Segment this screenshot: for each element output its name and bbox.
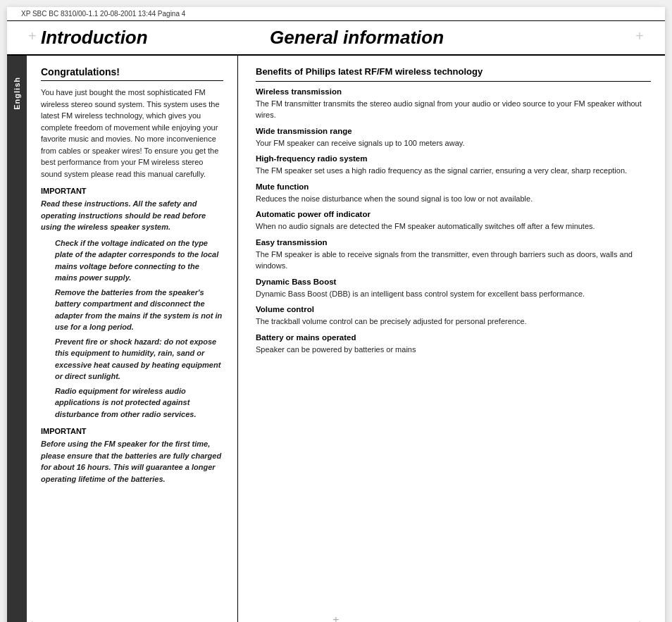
feature-title-3: Mute function: [256, 182, 651, 191]
center-mark: +: [332, 614, 339, 622]
important1-body3: Remove the batteries from the speaker's …: [55, 287, 223, 333]
corner-mark-br: +: [635, 617, 644, 622]
left-column: Congratulations! You have just bought th…: [27, 56, 238, 622]
feature-title-5: Easy transmission: [256, 238, 651, 247]
important1-body4: Prevent fire or shock hazard: do not exp…: [55, 336, 223, 382]
benefits-title: Benefits of Philips latest RF/FM wireles…: [256, 66, 651, 82]
feature-title-6: Dynamic Bass Boost: [256, 278, 651, 286]
columns: Congratulations! You have just bought th…: [27, 56, 665, 622]
feature-body-0: The FM transmitter transmits the stereo …: [256, 98, 651, 121]
congratulations-title: Congratulations!: [41, 66, 223, 81]
right-column: Benefits of Philips latest RF/FM wireles…: [238, 56, 665, 622]
page-header: Introduction General information: [7, 21, 665, 56]
main-content: English Congratulations! You have just b…: [7, 56, 665, 622]
feature-body-3: Reduces the noise disturbance when the s…: [256, 193, 651, 205]
feature-body-7: The trackball volume control can be prec…: [256, 316, 651, 328]
important2-label: IMPORTANT: [41, 427, 223, 435]
header-introduction: Introduction: [41, 27, 252, 49]
intro-body: You have just bought the most sophistica…: [41, 87, 223, 180]
header-general: General information: [252, 27, 651, 49]
feature-body-4: When no audio signals are detected the F…: [256, 220, 651, 232]
feature-body-6: Dynamic Bass Boost (DBB) is an intellige…: [256, 288, 651, 300]
feature-title-7: Volume control: [256, 305, 651, 313]
feature-title-8: Battery or mains operated: [256, 333, 651, 342]
top-bar-text: XP SBC BC 8310/00-1.1 20-08-2001 13:44 P…: [21, 10, 185, 18]
important1-body1: Read these instructions. All the safety …: [41, 198, 223, 233]
feature-body-5: The FM speaker is able to receive signal…: [256, 249, 651, 272]
important1-body2: Check if the voltage indicated on the ty…: [55, 237, 223, 284]
important1-body5: Radio equipment for wireless audio appli…: [55, 385, 223, 421]
side-tab-label: English: [13, 77, 21, 110]
important1-label: IMPORTANT: [41, 187, 223, 195]
feature-body-1: Your FM speaker can receive signals up t…: [256, 137, 651, 149]
feature-title-4: Automatic power off indicator: [256, 210, 651, 218]
top-bar: XP SBC BC 8310/00-1.1 20-08-2001 13:44 P…: [7, 7, 665, 21]
page: XP SBC BC 8310/00-1.1 20-08-2001 13:44 P…: [7, 7, 665, 622]
important2-body: Before using the FM speaker for the firs…: [41, 438, 223, 485]
corner-mark-tl: +: [28, 28, 37, 44]
features-list: Wireless transmissionThe FM transmitter …: [256, 87, 651, 356]
corner-mark-bl: +: [28, 617, 37, 622]
feature-body-8: Speaker can be powered by batteries or m…: [256, 344, 651, 356]
feature-body-2: The FM speaker set uses a high radio fre…: [256, 165, 651, 177]
side-tab: English: [7, 56, 27, 622]
feature-title-0: Wireless transmission: [256, 87, 651, 96]
feature-title-1: Wide transmission range: [256, 127, 651, 135]
corner-mark-tr: +: [635, 28, 644, 44]
feature-title-2: High-frequency radio system: [256, 154, 651, 163]
